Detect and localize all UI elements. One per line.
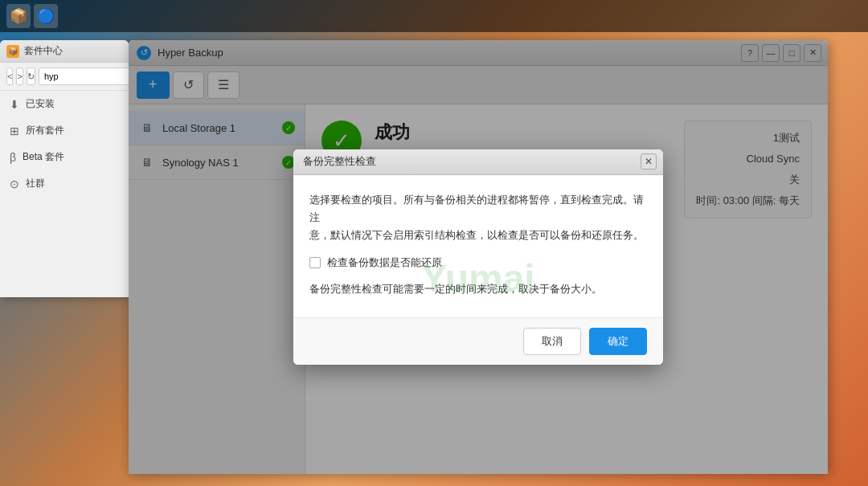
pkg-refresh-btn[interactable]: ↻ (27, 67, 35, 85)
dialog-desc-text: 选择要检查的项目。所有与备份相关的进程都将暂停，直到检查完成。请注意，默认情况下… (309, 194, 644, 241)
pkg-menu-installed[interactable]: ⬇ 已安装 (0, 91, 129, 117)
pkg-all-label: 所有套件 (26, 124, 64, 137)
pkg-nav: < > ↻ (0, 63, 129, 91)
pkg-menu-beta[interactable]: β Beta 套件 (0, 144, 129, 170)
pkg-menu-all[interactable]: ⊞ 所有套件 (0, 117, 129, 144)
pkg-search-input[interactable] (39, 67, 129, 85)
dialog-overlay: Yumai 备份完整性检查 ✕ 选择要检查的项目。所有与备份相关的进程都将暂停，… (129, 40, 828, 474)
pkg-title-icon: 📦 (6, 45, 19, 58)
pkg-community-label: 社群 (26, 177, 45, 190)
pkg-all-icon: ⊞ (10, 125, 19, 137)
pkg-community-icon: ⊙ (10, 178, 19, 190)
pkg-installed-label: 已安装 (26, 97, 55, 111)
hb-window: ↺ Hyper Backup ? — □ ✕ + ↺ ☰ (129, 40, 828, 474)
taskbar: 📦 🔵 (0, 0, 868, 32)
pkg-window: 📦 套件中心 < > ↻ ⬇ 已安装 ⊞ 所有套件 β Beta 套件 ⊙ 社群 (0, 40, 129, 297)
pkg-menu-community[interactable]: ⊙ 社群 (0, 170, 129, 197)
dialog-body: 选择要检查的项目。所有与备份相关的进程都将暂停，直到检查完成。请注意，默认情况下… (293, 175, 663, 317)
dialog-checkbox-row[interactable]: 检查备份数据是否能还原 (309, 255, 647, 270)
pkg-beta-label: Beta 套件 (23, 150, 64, 164)
dialog-title: 备份完整性检查 (303, 154, 376, 169)
dialog-cancel-btn[interactable]: 取消 (523, 328, 581, 355)
pkg-installed-icon: ⬇ (10, 98, 19, 111)
pkg-forward-btn[interactable]: > (16, 67, 23, 85)
dialog-checkbox-label: 检查备份数据是否能还原 (327, 255, 442, 270)
pkg-back-btn[interactable]: < (6, 67, 13, 85)
desktop: 📦 🔵 📦 套件中心 < > ↻ ⬇ 已安装 ⊞ 所有套件 β Beta 套件 … (0, 0, 868, 486)
pkg-beta-icon: β (10, 151, 16, 164)
dialog-description: 选择要检查的项目。所有与备份相关的进程都将暂停，直到检查完成。请注意，默认情况下… (309, 191, 647, 244)
dialog-confirm-btn[interactable]: 确定 (589, 328, 647, 355)
dialog-checkbox[interactable] (309, 257, 321, 268)
pkg-title-text: 套件中心 (24, 44, 63, 58)
pkg-titlebar: 📦 套件中心 (0, 40, 129, 63)
dialog-titlebar: 备份完整性检查 ✕ (293, 149, 663, 175)
taskbar-pkg-icon[interactable]: 📦 (6, 4, 31, 28)
integrity-dialog: 备份完整性检查 ✕ 选择要检查的项目。所有与备份相关的进程都将暂停，直到检查完成… (293, 149, 663, 365)
taskbar-hb-icon[interactable]: 🔵 (34, 4, 58, 28)
dialog-note: 备份完整性检查可能需要一定的时间来完成，取决于备份大小。 (309, 281, 647, 298)
dialog-footer: 取消 确定 (293, 317, 663, 365)
dialog-close-btn[interactable]: ✕ (641, 153, 657, 169)
